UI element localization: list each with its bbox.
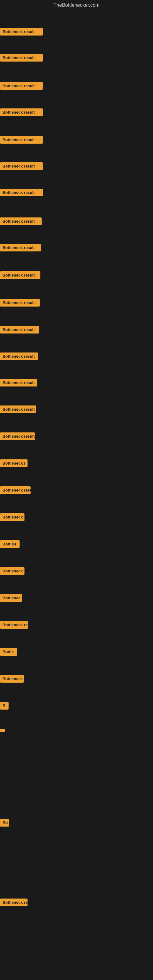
bottleneck-result-item: Bottleneck result [0,82,43,90]
bottleneck-result-item: B [0,702,9,710]
site-title: TheBottlenecker.com [0,0,153,10]
bottleneck-result-item: Bottleneck resu [0,486,30,494]
bottleneck-result-item: Bottleneck result [0,406,36,413]
bottleneck-result-item: Bottleneck result [0,54,43,62]
bottleneck-result-item: Bottleneck result [0,108,43,116]
bottleneck-result-item: Bottleneck result [0,218,41,225]
bottleneck-result-item: Bottleneck result [0,244,41,251]
bottleneck-result-item: Bottleneck re [0,621,28,629]
bottleneck-result-item: Bottleneck result [0,136,43,144]
bottleneck-result-item: Bottleneck result [0,162,43,170]
bottleneck-result-item: Bottleneck [0,513,24,521]
bottleneck-result-item: Bottleneck result [0,379,37,387]
bottleneck-result-item: Bottleneck re [0,899,27,906]
bottleneck-result-item: Bottlen [0,540,19,548]
bottleneck-result-item: Bottleneck result [0,353,38,360]
bottleneck-result-item: Bottleneck result [0,189,43,196]
bottleneck-result-item: Bo [0,819,9,827]
bottleneck-result-item: Bottleneck r [0,460,27,467]
bottleneck-result-item: Bottlenec [0,594,22,602]
bottleneck-result-item: Bottleneck [0,567,24,575]
bottleneck-result-item: Bottleneck result [0,326,39,334]
bottleneck-result-item: Bottleneck result [0,299,40,307]
bottleneck-result-item: Bottleneck result [0,28,43,35]
bottleneck-result-item: Bottle [0,648,17,656]
bottleneck-result-item: Bottleneck result [0,433,35,440]
bottleneck-result-item: Bottleneck result [0,271,40,279]
bottleneck-result-item [0,729,5,732]
bottleneck-result-item: Bottleneck [0,675,24,682]
